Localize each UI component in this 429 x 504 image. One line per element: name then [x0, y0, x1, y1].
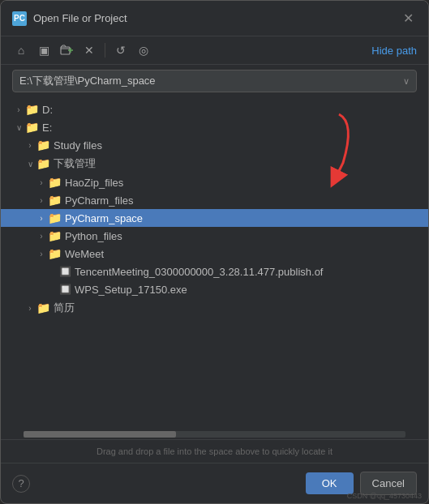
folder-icon: 📁 [25, 121, 39, 134]
tree-item-e-drive[interactable]: ∨ 📁 E: [1, 118, 428, 136]
title-bar: PC Open File or Project ✕ [1, 1, 428, 36]
item-label: TencentMeeting_0300000000_3.28.11.477.pu… [75, 266, 323, 278]
item-label: D: [42, 104, 53, 116]
dialog-title: Open File or Project [33, 12, 400, 24]
home-button[interactable]: ⌂ [12, 41, 30, 59]
expand-arrow: › [24, 301, 36, 314]
expand-arrow: › [35, 176, 48, 189]
item-label: Python_files [65, 230, 122, 242]
path-bar: E:\下载管理\PyCharm_space ∨ [12, 70, 417, 92]
app-icon: PC [12, 11, 27, 26]
delete-button[interactable]: ✕ [80, 41, 98, 59]
open-file-dialog: PC Open File or Project ✕ ⌂ ▣ ✕ ↺ ◎ Hide… [0, 0, 429, 504]
folder-icon: 📁 [36, 139, 50, 152]
close-button[interactable]: ✕ [400, 9, 417, 28]
file-icon: 🔲 [59, 266, 71, 277]
preview-button[interactable]: ◎ [135, 41, 152, 59]
path-text: E:\下载管理\PyCharm_space [19, 74, 403, 88]
new-folder-button[interactable] [58, 41, 75, 59]
expand-arrow: ∨ [24, 157, 36, 170]
item-label: 简历 [54, 301, 75, 315]
folder-icon: 📁 [48, 176, 62, 189]
ok-button[interactable]: OK [306, 472, 354, 494]
tree-item-tencent-meeting[interactable]: 🔲 TencentMeeting_0300000000_3.28.11.477.… [1, 263, 428, 280]
file-tree: › 📁 D: ∨ 📁 E: › 📁 Study files ∨ 📁 下载管理 ›… [1, 97, 428, 429]
file-icon: 🔲 [59, 284, 71, 295]
help-button[interactable]: ? [12, 475, 30, 493]
tree-item-study-files[interactable]: › 📁 Study files [1, 136, 428, 154]
drag-hint: Drag and drop a file into the space abov… [1, 439, 428, 463]
expand-arrow [46, 283, 59, 296]
toolbar: ⌂ ▣ ✕ ↺ ◎ Hide path [1, 36, 428, 65]
folder-icon: 📁 [48, 211, 62, 224]
scrollbar-area[interactable] [1, 429, 428, 439]
expand-arrow: › [24, 139, 36, 152]
tree-item-pycharm-files[interactable]: › 📁 PyCharm_files [1, 191, 428, 209]
tree-item-pycharm-space[interactable]: › 📁 PyCharm_space [1, 209, 428, 227]
expand-arrow: ∨ [12, 121, 25, 134]
item-label: WeMeet [65, 248, 104, 260]
expand-arrow: › [12, 103, 25, 116]
tree-item-jian-li[interactable]: › 📁 简历 [1, 298, 428, 318]
watermark: CSDN @qq_45730443 [347, 492, 422, 500]
new-folder-icon [60, 44, 73, 57]
tree-item-python-files[interactable]: › 📁 Python_files [1, 227, 428, 245]
folder-icon: 📁 [36, 301, 50, 314]
hide-path-button[interactable]: Hide path [371, 45, 417, 57]
item-label: HaoZip_files [65, 177, 123, 189]
item-label: PyCharm_space [65, 212, 143, 224]
folder-icon: 📁 [48, 229, 62, 242]
expand-arrow: › [35, 247, 48, 260]
folder-icon: 📁 [48, 247, 62, 260]
item-label: WPS_Setup_17150.exe [75, 284, 187, 296]
scrollbar-thumb [24, 431, 176, 438]
tree-item-wemeet[interactable]: › 📁 WeMeet [1, 245, 428, 263]
tree-item-wps-setup[interactable]: 🔲 WPS_Setup_17150.exe [1, 280, 428, 298]
expand-arrow: › [35, 194, 48, 207]
path-dropdown-arrow[interactable]: ∨ [403, 76, 410, 87]
folder-icon: 📁 [25, 103, 39, 116]
item-label: Study files [54, 139, 102, 152]
window-button[interactable]: ▣ [35, 41, 53, 59]
refresh-button[interactable]: ↺ [112, 41, 130, 59]
item-label: E: [42, 122, 52, 134]
item-label: PyCharm_files [65, 194, 134, 207]
expand-arrow [46, 265, 59, 278]
toolbar-separator [105, 43, 105, 58]
tree-item-haozip-files[interactable]: › 📁 HaoZip_files [1, 173, 428, 191]
expand-arrow: › [35, 229, 48, 242]
folder-icon: 📁 [48, 194, 62, 207]
tree-item-xia-zai-guan-li[interactable]: ∨ 📁 下载管理 [1, 154, 428, 173]
tree-item-d-drive[interactable]: › 📁 D: [1, 100, 428, 118]
item-label: 下载管理 [54, 156, 96, 171]
expand-arrow: › [35, 211, 48, 224]
folder-icon: 📁 [36, 157, 50, 170]
